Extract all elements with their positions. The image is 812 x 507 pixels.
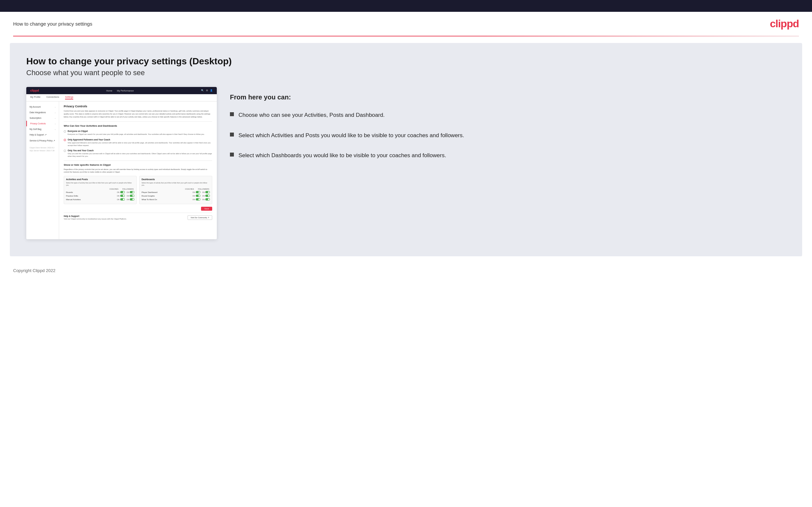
activities-col: Activities and Posts Select the types of… xyxy=(64,176,137,204)
drills-coaches-toggle[interactable] xyxy=(120,194,125,197)
practice-drills-row: Practice Drills ON ON xyxy=(66,194,134,197)
what-to-work-on-label: What To Work On xyxy=(142,199,193,201)
mockup-navbar: clippd Home My Performance 🔍 ⚙ 👤 xyxy=(26,87,217,94)
radio-only-you-desc: Only you and the coaches you connect wit… xyxy=(68,152,212,158)
nav-home[interactable]: Home xyxy=(106,90,112,92)
help-desc: Visit our Clippd community to troublesho… xyxy=(64,218,127,220)
sidebar-item-subscription[interactable]: Subscription› xyxy=(26,115,59,121)
sidebar-item-help-support[interactable]: Help & Support ↗ xyxy=(26,132,59,138)
show-hide-desc: Regardless of the privacy controls that … xyxy=(64,168,212,174)
radio-option-only-you[interactable]: Only You and Your Coach Only you and the… xyxy=(64,149,212,158)
page-subheading: Choose what you want people to see xyxy=(26,69,786,77)
round-insights-label: Round Insights xyxy=(142,195,193,197)
radio-only-you[interactable] xyxy=(64,150,66,152)
player-dashboard-row: Player Dashboard ON ON xyxy=(142,191,210,193)
d-followers-header: FOLLOWERS xyxy=(198,188,209,190)
pd-coaches-toggle-pair: ON xyxy=(193,191,200,193)
round-insights-row: Round Insights ON ON xyxy=(142,194,210,197)
wtwo-followers-toggle[interactable] xyxy=(205,198,210,201)
activities-title: Activities and Posts xyxy=(66,178,134,180)
logo: clippd xyxy=(770,18,799,30)
save-button[interactable]: Save xyxy=(201,207,212,211)
radio-followers-coach-label: Only Approved Followers and Your Coach xyxy=(68,138,212,141)
ri-coaches-toggle[interactable] xyxy=(196,194,200,197)
privacy-controls-desc: Control how you and your data appears to… xyxy=(64,110,212,118)
drills-followers-toggle[interactable] xyxy=(130,194,134,197)
rounds-followers-toggle[interactable] xyxy=(130,191,134,193)
ri-followers-toggle[interactable] xyxy=(205,194,210,197)
practice-drills-label: Practice Drills xyxy=(66,195,117,197)
mockup-nav-icons: 🔍 ⚙ 👤 xyxy=(201,89,213,92)
bullet-text-2: Select which Activities and Posts you wo… xyxy=(239,131,464,140)
bullet-item-1: Choose who can see your Activities, Post… xyxy=(230,111,786,119)
wtwo-followers-toggle-pair: ON xyxy=(202,198,210,201)
app-mockup: clippd Home My Performance 🔍 ⚙ 👤 My Prof… xyxy=(26,87,217,239)
d-coaches-header: COACHES xyxy=(185,188,194,190)
manual-followers-toggle[interactable] xyxy=(130,198,134,201)
manual-followers-toggle-pair: ON xyxy=(127,198,135,201)
sidebar-version: Clippd Client Version: 2022.8.2SQL Serve… xyxy=(26,144,59,155)
followers-header: FOLLOWERS xyxy=(122,188,134,190)
pd-coaches-toggle[interactable] xyxy=(196,191,200,193)
manual-activities-label: Manual Activities xyxy=(66,199,117,201)
radio-everyone[interactable] xyxy=(64,130,66,132)
radio-option-followers-coach[interactable]: Only Approved Followers and Your Coach O… xyxy=(64,138,212,147)
header: How to change your privacy settings clip… xyxy=(0,12,812,36)
save-wrap: Save xyxy=(64,207,212,211)
tab-connections[interactable]: Connections xyxy=(46,96,59,100)
visit-community-button[interactable]: Visit Our Community ↗ xyxy=(188,215,212,220)
footer: Copyright Clippd 2022 xyxy=(0,263,812,278)
help-section: Help & Support Visit our Clippd communit… xyxy=(64,213,212,220)
nav-my-performance[interactable]: My Performance xyxy=(117,90,134,92)
gear-icon[interactable]: ⚙ xyxy=(206,89,208,92)
two-col-layout: clippd Home My Performance 🔍 ⚙ 👤 My Prof… xyxy=(26,87,786,239)
from-here-heading: From here you can: xyxy=(230,94,786,101)
activities-desc: Select the types of activity that you'd … xyxy=(66,182,134,186)
tab-my-profile[interactable]: My Profile xyxy=(30,96,40,100)
page-heading: How to change your privacy settings (Des… xyxy=(26,56,786,67)
mockup-body: My Account› Data Integrations› Subscript… xyxy=(26,101,217,239)
sidebar-item-data-integrations[interactable]: Data Integrations› xyxy=(26,110,59,115)
rounds-followers-toggle-pair: ON xyxy=(127,191,135,193)
manual-coaches-toggle[interactable] xyxy=(120,198,125,201)
radio-followers-coach[interactable] xyxy=(64,139,66,141)
mockup-main-panel: Privacy Controls Control how you and you… xyxy=(59,101,217,239)
search-icon[interactable]: 🔍 xyxy=(201,89,204,92)
radio-only-you-label: Only You and Your Coach xyxy=(68,149,212,152)
sidebar-item-my-account[interactable]: My Account› xyxy=(26,104,59,110)
rounds-label: Rounds xyxy=(66,191,117,193)
mockup-subnav: My Profile Connections Settings xyxy=(26,94,217,101)
drills-followers-toggle-pair: ON xyxy=(127,194,135,197)
pd-followers-toggle[interactable] xyxy=(205,191,210,193)
top-bar xyxy=(0,0,812,12)
privacy-controls-title: Privacy Controls xyxy=(64,105,212,108)
drills-coaches-toggle-pair: ON xyxy=(117,194,125,197)
rounds-coaches-toggle[interactable] xyxy=(120,191,125,193)
bullet-text-1: Choose who can see your Activities, Post… xyxy=(239,111,385,119)
radio-followers-coach-desc: Only approved followers and coaches you … xyxy=(68,142,212,147)
what-to-work-on-row: What To Work On ON ON xyxy=(142,198,210,201)
radio-option-everyone[interactable]: Everyone on Clippd Everyone on Clippd ca… xyxy=(64,130,212,135)
sidebar-item-my-golf-bag[interactable]: My Golf Bag› xyxy=(26,126,59,132)
dashboards-toggle-header: COACHES FOLLOWERS xyxy=(142,188,210,190)
bullet-item-2: Select which Activities and Posts you wo… xyxy=(230,131,786,140)
bullet-text-3: Select which Dashboards you would like t… xyxy=(239,151,446,160)
tab-settings[interactable]: Settings xyxy=(65,96,73,100)
avatar-icon[interactable]: 👤 xyxy=(210,89,213,92)
header-title: How to change your privacy settings xyxy=(13,21,92,26)
player-dashboard-label: Player Dashboard xyxy=(142,191,193,193)
activities-toggle-header: COACHES FOLLOWERS xyxy=(66,188,134,190)
sidebar-item-service-privacy[interactable]: Service & Privacy Policy ↗ xyxy=(26,138,59,144)
help-title: Help & Support xyxy=(64,215,127,217)
radio-everyone-label: Everyone on Clippd xyxy=(68,130,205,132)
bullet-square-3 xyxy=(230,153,234,157)
dashboards-desc: Select the types of activity that you'd … xyxy=(142,182,210,186)
sidebar-item-privacy-controls[interactable]: Privacy Controls› xyxy=(26,121,59,126)
right-col: From here you can: Choose who can see yo… xyxy=(230,87,786,172)
wtwo-coaches-toggle-pair: ON xyxy=(193,198,200,201)
who-can-see-title: Who Can See Your Activities and Dashboar… xyxy=(64,121,212,127)
coaches-header: COACHES xyxy=(109,188,118,190)
pd-followers-toggle-pair: ON xyxy=(202,191,210,193)
wtwo-coaches-toggle[interactable] xyxy=(196,198,200,201)
screenshot-wrap: clippd Home My Performance 🔍 ⚙ 👤 My Prof… xyxy=(26,87,217,239)
